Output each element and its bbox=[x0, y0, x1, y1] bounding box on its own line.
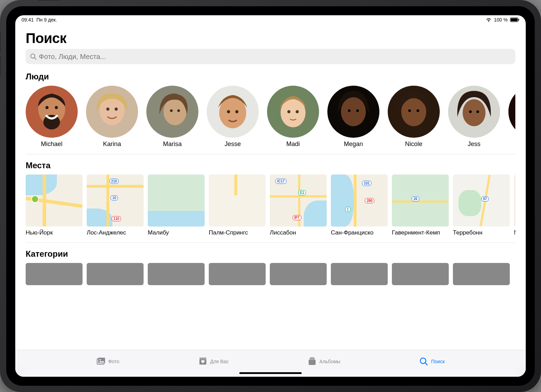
person-name: Madi bbox=[286, 140, 300, 148]
svg-point-20 bbox=[296, 110, 299, 113]
person-item[interactable]: Michael bbox=[26, 86, 78, 148]
places-section-title: Места bbox=[26, 161, 515, 170]
person-item[interactable]: Karina bbox=[86, 86, 138, 148]
svg-point-21 bbox=[341, 97, 366, 126]
tab-label: Для Вас bbox=[210, 359, 229, 364]
avatar bbox=[327, 86, 379, 138]
categories-row[interactable] bbox=[26, 263, 515, 285]
category-item[interactable] bbox=[331, 263, 388, 285]
people-section-title: Люди bbox=[26, 72, 515, 82]
avatar bbox=[26, 86, 78, 138]
category-thumbnail bbox=[392, 263, 449, 285]
tab-search[interactable]: Поиск bbox=[419, 357, 445, 366]
svg-rect-35 bbox=[309, 360, 316, 365]
place-item[interactable]: 26 Гавернмент-Кемп bbox=[392, 174, 449, 236]
svg-point-17 bbox=[235, 110, 239, 113]
svg-point-10 bbox=[106, 108, 110, 111]
svg-rect-1 bbox=[511, 18, 518, 22]
people-row[interactable]: Michael Karina Marisa bbox=[26, 86, 515, 148]
home-indicator[interactable] bbox=[239, 372, 302, 374]
place-name: Marra bbox=[514, 229, 515, 236]
person-item[interactable] bbox=[508, 86, 515, 148]
place-item[interactable]: 101 280 1 Сан-Франциско bbox=[331, 174, 388, 236]
search-icon bbox=[30, 53, 37, 60]
svg-point-19 bbox=[287, 110, 291, 113]
category-item[interactable] bbox=[209, 263, 266, 285]
person-item[interactable]: Marisa bbox=[146, 86, 198, 148]
status-bar: 09:41 Пн 9 дек. 100 % bbox=[15, 15, 526, 24]
svg-rect-36 bbox=[309, 358, 315, 359]
person-item[interactable]: Madi bbox=[267, 86, 319, 148]
svg-point-13 bbox=[170, 109, 173, 112]
albums-icon bbox=[308, 357, 317, 366]
category-thumbnail bbox=[270, 263, 327, 285]
wifi-icon bbox=[486, 17, 492, 22]
place-item[interactable]: Палм-Спрингс bbox=[209, 174, 266, 236]
search-input[interactable] bbox=[39, 53, 511, 61]
map-thumbnail bbox=[209, 174, 266, 227]
svg-point-26 bbox=[417, 109, 419, 112]
svg-point-11 bbox=[115, 108, 118, 111]
person-item[interactable]: Jess bbox=[448, 86, 500, 148]
category-item[interactable] bbox=[392, 263, 449, 285]
map-thumbnail bbox=[148, 174, 205, 227]
svg-point-8 bbox=[55, 106, 58, 109]
person-name: Michael bbox=[41, 140, 62, 148]
tab-label: Альбомы bbox=[319, 359, 340, 364]
svg-point-29 bbox=[476, 110, 479, 113]
status-time: 09:41 bbox=[22, 17, 34, 23]
person-item[interactable]: Jesse bbox=[207, 86, 259, 148]
avatar bbox=[267, 86, 319, 138]
category-item[interactable] bbox=[453, 263, 510, 285]
place-item[interactable]: Малибу bbox=[148, 174, 205, 236]
avatar bbox=[508, 86, 515, 138]
search-field[interactable] bbox=[26, 49, 515, 64]
ipad-device-frame: 09:41 Пн 9 дек. 100 % Поиск bbox=[0, 0, 541, 392]
place-item[interactable]: 210 10 110 Лос-Анджелес bbox=[87, 174, 144, 236]
category-thumbnail bbox=[331, 263, 388, 285]
person-name: Megan bbox=[344, 140, 363, 148]
for-you-icon bbox=[198, 357, 207, 366]
map-thumbnail: 26 bbox=[392, 174, 449, 227]
svg-point-7 bbox=[45, 106, 49, 109]
places-row[interactable]: Нью-Йорк 210 10 110 Лос-Анджелес bbox=[26, 174, 515, 236]
tab-photos[interactable]: Фото bbox=[96, 357, 119, 366]
tab-label: Поиск bbox=[431, 359, 445, 364]
person-name: Marisa bbox=[163, 140, 182, 148]
map-thumbnail bbox=[514, 174, 515, 227]
map-thumbnail: 97 bbox=[453, 174, 510, 227]
category-thumbnail bbox=[453, 263, 510, 285]
volume-up-button bbox=[0, 31, 1, 52]
svg-rect-2 bbox=[518, 19, 519, 21]
place-item[interactable]: IC17 E1 IP7 Лиссабон bbox=[270, 174, 327, 236]
place-name: Лос-Анджелес bbox=[87, 229, 144, 236]
divider bbox=[26, 154, 515, 154]
person-item[interactable]: Nicole bbox=[388, 86, 440, 148]
svg-line-4 bbox=[34, 58, 36, 59]
status-date: Пн 9 дек. bbox=[36, 17, 57, 23]
svg-point-27 bbox=[463, 99, 486, 126]
place-name: Терребонн bbox=[453, 229, 510, 236]
power-button bbox=[38, 0, 59, 1]
svg-point-6 bbox=[43, 115, 60, 129]
category-item[interactable] bbox=[270, 263, 327, 285]
svg-line-39 bbox=[425, 363, 427, 365]
svg-rect-37 bbox=[310, 357, 314, 358]
svg-point-28 bbox=[469, 110, 472, 113]
person-item[interactable]: Megan bbox=[327, 86, 379, 148]
tab-for-you[interactable]: Для Вас bbox=[198, 357, 229, 366]
tab-albums[interactable]: Альбомы bbox=[308, 357, 340, 366]
place-item[interactable]: Нью-Йорк bbox=[26, 174, 83, 236]
category-item[interactable] bbox=[87, 263, 144, 285]
place-item[interactable]: Marra bbox=[514, 174, 515, 236]
place-item[interactable]: 97 Терребонн bbox=[453, 174, 510, 236]
avatar bbox=[207, 86, 259, 138]
map-thumbnail bbox=[26, 174, 83, 227]
place-name: Гавернмент-Кемп bbox=[392, 229, 449, 236]
map-thumbnail: 210 10 110 bbox=[87, 174, 144, 227]
person-name: Jess bbox=[467, 140, 480, 148]
category-item[interactable] bbox=[26, 263, 83, 285]
category-item[interactable] bbox=[148, 263, 205, 285]
battery-percentage: 100 % bbox=[494, 17, 508, 23]
place-name: Палм-Спрингс bbox=[209, 229, 266, 236]
